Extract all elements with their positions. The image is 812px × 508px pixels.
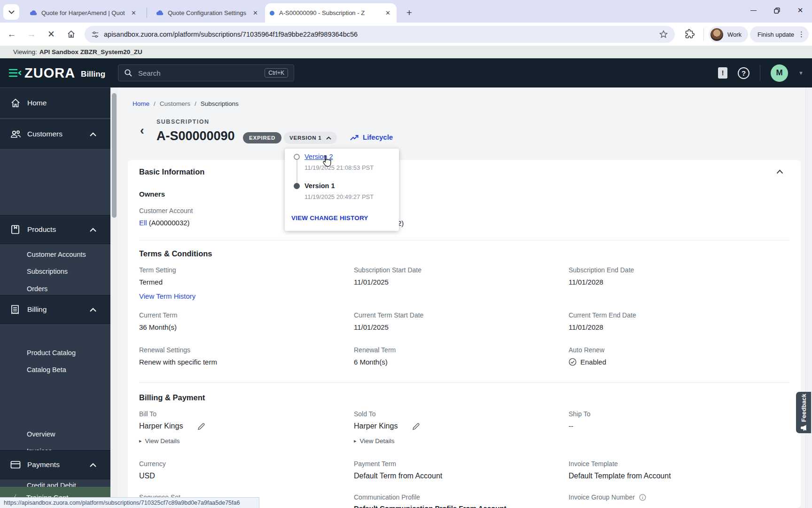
browser-tab-active[interactable]: A-S00000090 - Subscription - Z ✕	[265, 3, 397, 23]
version-1-item[interactable]: Version 1	[304, 182, 335, 190]
edit-bill-to-icon[interactable]	[197, 422, 205, 430]
field-label: Bill To	[139, 410, 336, 418]
user-avatar[interactable]: M	[771, 64, 788, 82]
lifecycle-link[interactable]: Lifecycle	[350, 133, 393, 141]
sidebar-item-orders[interactable]: Orders	[27, 285, 47, 293]
back-icon[interactable]: ←	[4, 26, 20, 42]
sidebar-scrollbar[interactable]	[110, 87, 118, 508]
products-icon	[10, 224, 22, 235]
global-search-input[interactable]: Search Ctrl+K	[118, 64, 294, 81]
sidebar-group-billing[interactable]: Billing	[0, 295, 110, 324]
breadcrumb-customers[interactable]: Customers	[160, 100, 190, 107]
info-icon[interactable]	[639, 494, 646, 501]
sidebar-collapse-icon[interactable]	[8, 69, 22, 79]
feedback-tab[interactable]: Feedback	[796, 392, 811, 433]
browser-tab-2[interactable]: Quote Configuration Settings | ✕	[151, 3, 264, 23]
profile-chip[interactable]: Work	[709, 26, 748, 42]
version-2-timestamp: 11/19/2025 21:08:53 PST	[304, 164, 375, 172]
new-tab-button[interactable]: +	[403, 6, 416, 19]
bill-to-view-details[interactable]: ▸ View Details	[139, 437, 336, 444]
url-bar[interactable]: apisandbox.zuora.com/platform/subscripti…	[85, 26, 675, 43]
zuora-favicon-icon	[156, 9, 164, 17]
field-value: 36 Month(s)	[139, 323, 336, 331]
view-details-label: View Details	[360, 437, 395, 444]
tab-search-button[interactable]	[3, 4, 19, 20]
bill-to-name: Harper Kings	[139, 422, 183, 430]
field-value: --	[569, 422, 766, 430]
tab-title: Quote Configuration Settings |	[168, 9, 248, 16]
sold-to-view-details[interactable]: ▸ View Details	[354, 437, 551, 444]
version-2-radio-icon	[294, 154, 300, 160]
tab-divider	[147, 8, 147, 18]
sidebar-item-catalog-beta[interactable]: Catalog Beta	[27, 366, 66, 373]
back-chevron-icon[interactable]: ‹	[140, 123, 144, 138]
environment-banner: Viewing: API Sandbox ZBZR_System20_ZU	[0, 46, 812, 58]
field-payment-term: Payment Term Default Term from Account	[354, 460, 551, 480]
browser-status-bar: https://apisandbox.zuora.com/platform/su…	[0, 497, 259, 508]
field-value: Default Term from Account	[354, 472, 551, 480]
site-info-icon[interactable]	[91, 31, 99, 39]
field-value: USD	[139, 472, 336, 480]
customer-account-link[interactable]: Ell	[139, 219, 147, 227]
user-menu-caret-icon[interactable]: ▼	[798, 70, 804, 76]
view-term-history-link[interactable]: View Term History	[139, 292, 195, 300]
communication-profile-value: Default Communication Profile From Accou…	[354, 504, 506, 508]
check-circle-icon	[569, 358, 577, 366]
window-restore-button[interactable]	[765, 0, 789, 21]
section-divider	[139, 240, 789, 240]
sold-to-name: Harper Kings	[354, 422, 398, 430]
breadcrumb-home-link[interactable]: Home	[133, 100, 149, 107]
collapse-section-icon[interactable]	[776, 169, 783, 174]
sidebar-item-product-catalog[interactable]: Product Catalog	[27, 349, 76, 357]
sidebar-item-subscriptions[interactable]: Subscriptions	[27, 268, 68, 275]
chevron-up-icon	[90, 308, 96, 312]
edit-sold-to-icon[interactable]	[412, 422, 420, 430]
zuora-logo[interactable]: ZUORA	[24, 65, 75, 81]
chevron-up-icon	[90, 463, 96, 467]
forward-icon[interactable]: →	[23, 26, 39, 42]
header-divider	[760, 65, 760, 81]
version-selector[interactable]: VERSION 1	[284, 132, 337, 144]
finish-update-button[interactable]: Finish update ⋮	[750, 26, 809, 42]
tab-close-icon[interactable]: ✕	[384, 9, 392, 17]
field-value: Renew with specific term	[139, 358, 336, 366]
field-value: 11/01/2025	[354, 278, 551, 286]
help-icon[interactable]: ?	[738, 67, 750, 79]
sidebar-group-payments[interactable]: Payments	[0, 450, 110, 479]
billing-payment-title: Billing & Payment	[139, 393, 205, 402]
view-change-history-link[interactable]: VIEW CHANGE HISTORY	[291, 214, 368, 222]
stop-loading-icon[interactable]: ✕	[43, 26, 59, 42]
field-label: Auto Renew	[569, 346, 766, 354]
sidebar-scrollbar-thumb[interactable]	[112, 93, 117, 218]
version-dropdown-menu: Version 2 11/19/2025 21:08:53 PST Versio…	[285, 149, 399, 231]
payments-icon	[10, 460, 22, 469]
field-label: Current Term Start Date	[354, 311, 551, 319]
field-label: Communication Profile	[354, 493, 551, 501]
window-minimize-button[interactable]	[742, 0, 765, 21]
triangle-right-icon: ▸	[139, 438, 142, 444]
sidebar-group-products[interactable]: Products	[0, 215, 110, 244]
tab-close-icon[interactable]: ✕	[251, 9, 259, 17]
browser-tab-1[interactable]: Quote for HarperAmend | Quot ✕	[25, 3, 142, 23]
finish-update-label: Finish update	[757, 31, 794, 38]
breadcrumb-subscriptions: Subscriptions	[201, 100, 239, 107]
sidebar-item-overview[interactable]: Overview	[27, 430, 55, 438]
chevron-up-icon	[90, 228, 96, 232]
lifecycle-label: Lifecycle	[363, 133, 393, 141]
window-close-button[interactable]: ✕	[789, 0, 812, 21]
home-icon[interactable]	[63, 26, 79, 42]
subscription-eyebrow: SUBSCRIPTION	[156, 119, 209, 125]
extensions-puzzle-icon[interactable]	[684, 28, 695, 40]
breadcrumb-separator: /	[195, 100, 196, 107]
sidebar-item-customer-accounts[interactable]: Customer Accounts	[27, 251, 86, 258]
bookmark-star-icon[interactable]	[659, 30, 668, 39]
page-scrollbar[interactable]	[805, 87, 812, 508]
field-bill-to: Bill To Harper Kings ▸ View Details	[139, 410, 336, 444]
sidebar-group-customers[interactable]: Customers	[0, 119, 110, 149]
tab-close-icon[interactable]: ✕	[130, 9, 138, 17]
sidebar-item-home[interactable]: Home	[0, 88, 110, 118]
notifications-icon[interactable]: !	[718, 67, 727, 79]
field-label: Payment Term	[354, 460, 551, 468]
browser-menu-kebab-icon[interactable]: ⋮	[798, 30, 805, 39]
field-label: Sold To	[354, 410, 551, 418]
